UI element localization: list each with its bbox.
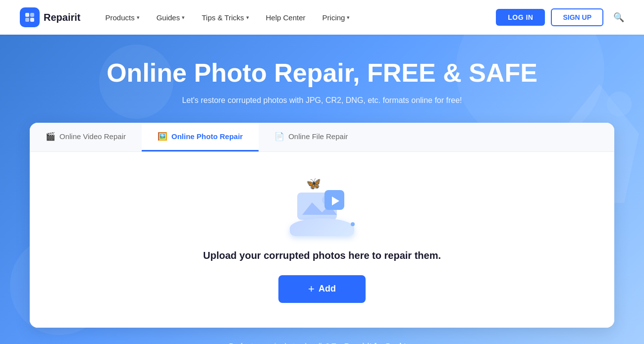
- hero-subtitle: Let's restore corrupted photos with JPG,…: [20, 96, 624, 105]
- plus-icon: +: [308, 283, 315, 295]
- tab-bar: 🎬 Online Video Repair 🖼️ Online Photo Re…: [30, 123, 614, 152]
- login-button[interactable]: LOG IN: [496, 9, 545, 26]
- svg-point-5: [607, 92, 632, 116]
- tab-video-repair[interactable]: 🎬 Online Video Repair: [30, 123, 142, 151]
- hero-section: Online Photo Repair, FREE & SAFE Let's r…: [0, 35, 644, 344]
- file-icon: 📄: [274, 132, 284, 141]
- photo-illustration-svg: [297, 188, 347, 222]
- nav-pricing[interactable]: Pricing ▾: [316, 9, 357, 26]
- chevron-down-icon: ▾: [246, 14, 249, 21]
- add-label: Add: [319, 284, 336, 294]
- navbar: Repairit Products ▾ Guides ▾ Tips & Tric…: [0, 0, 644, 35]
- card-body: 🦋 Upload your corrupted: [30, 152, 614, 328]
- svg-rect-3: [30, 18, 34, 22]
- nav-tips[interactable]: Tips & Tricks ▾: [195, 9, 256, 26]
- illus-base: [290, 218, 354, 236]
- signup-button[interactable]: SIGN UP: [551, 8, 603, 26]
- nav-products[interactable]: Products ▾: [98, 9, 146, 26]
- tab-photo-repair[interactable]: 🖼️ Online Photo Repair: [142, 123, 259, 151]
- tab-video-label: Online Video Repair: [59, 132, 126, 141]
- nav-help[interactable]: Help Center: [259, 9, 313, 26]
- add-button[interactable]: + Add: [278, 275, 366, 303]
- nav-guides[interactable]: Guides ▾: [150, 9, 192, 26]
- nav-products-label: Products: [105, 13, 134, 22]
- illus-dot: [351, 222, 355, 226]
- tab-file-repair[interactable]: 📄 Online File Repair: [259, 123, 364, 151]
- footer-note: Prefer to repair photos locally? Try Rep…: [20, 342, 624, 344]
- upload-illustration: 🦋: [287, 177, 357, 236]
- nav-tips-label: Tips & Tricks: [202, 13, 244, 22]
- hero-title: Online Photo Repair, FREE & SAFE: [20, 58, 624, 88]
- chevron-down-icon: ▾: [347, 14, 350, 21]
- video-icon: 🎬: [46, 132, 55, 141]
- nav-help-label: Help Center: [266, 13, 306, 22]
- upload-text: Upload your corrupted photos here to rep…: [203, 250, 441, 261]
- footer-note-text: Prefer to repair photos locally? Try: [229, 342, 344, 344]
- desktop-link[interactable]: Repairit for Desktop: [344, 342, 415, 344]
- nav-items: Products ▾ Guides ▾ Tips & Tricks ▾ Help…: [98, 9, 496, 26]
- svg-rect-2: [25, 18, 29, 22]
- repair-card: 🎬 Online Video Repair 🖼️ Online Photo Re…: [30, 123, 614, 328]
- tab-file-label: Online File Repair: [288, 132, 348, 141]
- logo-text: Repairit: [44, 12, 80, 23]
- nav-pricing-label: Pricing: [322, 13, 345, 22]
- logo-icon: [20, 7, 40, 27]
- svg-rect-1: [30, 13, 34, 17]
- svg-rect-0: [25, 13, 29, 17]
- logo[interactable]: Repairit: [20, 7, 80, 27]
- search-icon[interactable]: 🔍: [613, 12, 624, 23]
- nav-guides-label: Guides: [157, 13, 180, 22]
- photo-icon: 🖼️: [158, 132, 167, 141]
- chevron-down-icon: ▾: [137, 14, 140, 21]
- nav-actions: LOG IN SIGN UP 🔍: [496, 8, 624, 26]
- chevron-down-icon: ▾: [182, 14, 185, 21]
- tab-photo-label: Online Photo Repair: [171, 132, 243, 141]
